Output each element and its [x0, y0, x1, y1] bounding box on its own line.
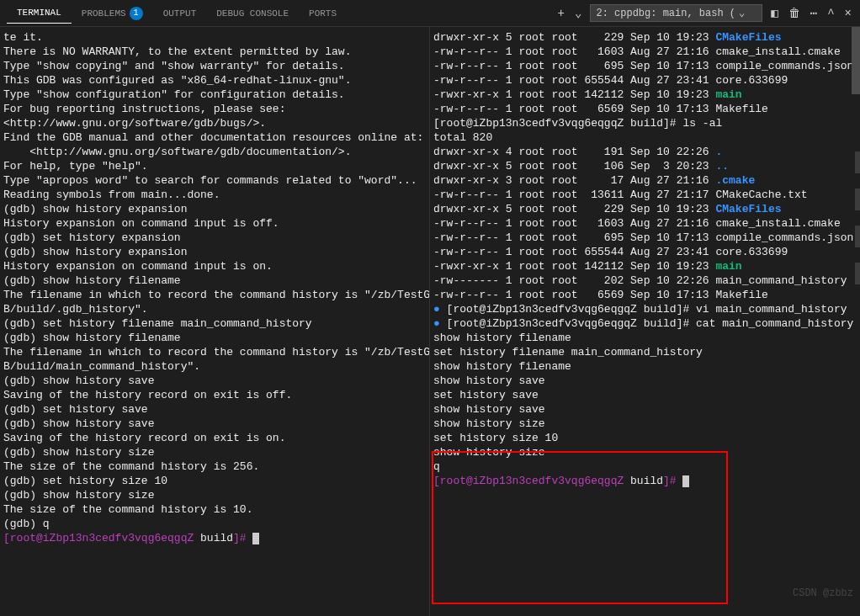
- terminal-line: (gdb) show history save: [3, 417, 426, 431]
- panel-tabbar: TERMINAL PROBLEMS 1 OUTPUT DEBUG CONSOLE…: [0, 0, 860, 27]
- right-sidebar-strip: [855, 151, 860, 284]
- terminal-line: show history save: [433, 402, 857, 417]
- terminal-line: -rw-r--r-- 1 root root 695 Sep 10 17:13 …: [433, 59, 857, 73]
- terminal-line: show history filename: [433, 331, 857, 345]
- strip-item[interactable]: [855, 263, 860, 284]
- terminal-line: drwxr-xr-x 5 root root 106 Sep 3 20:23 .…: [433, 159, 857, 173]
- tab-ports[interactable]: PORTS: [299, 3, 347, 24]
- terminal-line: drwxr-xr-x 5 root root 229 Sep 10 19:23 …: [433, 30, 857, 45]
- cursor: [682, 475, 689, 487]
- scrollbar[interactable]: [852, 27, 860, 94]
- terminal-line: (gdb) set history size 10: [3, 474, 426, 488]
- watermark: CSDN @zbbz: [793, 587, 853, 599]
- more-actions-icon[interactable]: ⋯: [809, 4, 819, 22]
- terminal-pane-right[interactable]: drwxr-xr-x 5 root root 229 Sep 10 19:23 …: [430, 27, 860, 616]
- terminal-line: q: [433, 459, 857, 474]
- terminal-line: (gdb) show history filename: [3, 331, 426, 345]
- terminal-line: History expansion on command input is on…: [3, 259, 426, 273]
- terminal-toolbar: + ⌄ 2: cppdbg: main, bash ( ⌄ ◧ 🗑 ⋯ ^ ×: [556, 4, 853, 22]
- terminal-line: show history save: [433, 374, 857, 388]
- terminal-line: ● [root@iZbp13n3cedfv3vqg6eqgqZ build]# …: [433, 316, 857, 331]
- terminal-line: (gdb) show history save: [3, 374, 426, 388]
- terminal-line: <http://www.gnu.org/software/gdb/bugs/>.: [3, 116, 426, 130]
- terminal-line: For bug reporting instructions, please s…: [3, 102, 426, 116]
- maximize-panel-icon[interactable]: ^: [825, 5, 836, 22]
- terminal-line: (gdb) show history filename: [3, 273, 426, 288]
- terminal-line: -rw-r--r-- 1 root root 695 Sep 10 17:13 …: [433, 231, 857, 245]
- terminal-session-picker[interactable]: 2: cppdbg: main, bash ( ⌄: [590, 4, 762, 22]
- tab-problems[interactable]: PROBLEMS 1: [72, 2, 153, 25]
- terminal-line: Saving of the history record on exit is …: [3, 388, 426, 402]
- terminal-line: The size of the command history is 256.: [3, 459, 426, 474]
- new-terminal-dropdown-icon[interactable]: ⌄: [573, 4, 583, 22]
- cursor: [252, 533, 259, 544]
- terminal-line: The size of the command history is 10.: [3, 502, 426, 517]
- tab-ports-label: PORTS: [309, 8, 337, 19]
- strip-item[interactable]: [855, 189, 860, 210]
- terminal-line: -rw------- 1 root root 202 Sep 10 22:26 …: [433, 273, 857, 288]
- split-terminal-icon[interactable]: ◧: [769, 4, 779, 22]
- kill-terminal-icon[interactable]: 🗑: [787, 5, 802, 22]
- terminal-line: -rw-r--r-- 1 root root 1603 Aug 27 21:16…: [433, 216, 857, 231]
- modified-indicator-icon: ●: [433, 317, 447, 330]
- strip-item[interactable]: [855, 226, 860, 247]
- shell-prompt: [root@iZbp13n3cedfv3vqg6eqgqZ build]#: [3, 531, 426, 545]
- terminal-line: total 820: [433, 130, 857, 145]
- terminal-line: -rw-r--r-- 1 root root 1603 Aug 27 21:16…: [433, 45, 857, 59]
- tab-debug-console[interactable]: DEBUG CONSOLE: [206, 3, 299, 24]
- terminal-line: Reading symbols from main...done.: [3, 188, 426, 202]
- modified-indicator-icon: ●: [433, 303, 447, 316]
- terminal-line: (gdb) show history size: [3, 488, 426, 502]
- tab-output[interactable]: OUTPUT: [153, 3, 207, 24]
- terminal-line: History expansion on command input is of…: [3, 216, 426, 231]
- terminal-line: -rw-r--r-- 1 root root 6569 Sep 10 17:13…: [433, 288, 857, 302]
- terminal-line: drwxr-xr-x 5 root root 229 Sep 10 19:23 …: [433, 202, 857, 216]
- terminal-line: drwxr-xr-x 4 root root 191 Sep 10 22:26 …: [433, 145, 857, 159]
- terminal-line: set history size 10: [433, 431, 857, 445]
- tab-terminal-label: TERMINAL: [17, 8, 61, 18]
- terminal-line: <http://www.gnu.org/software/gdb/documen…: [3, 145, 426, 159]
- terminal-line: -rw-r--r-- 1 root root 13611 Aug 27 21:1…: [433, 188, 857, 202]
- terminal-line: (gdb) q: [3, 517, 426, 531]
- shell-prompt: [root@iZbp13n3cedfv3vqg6eqgqZ build]#: [433, 474, 857, 488]
- terminal-line: -rw-r--r-- 1 root root 6569 Sep 10 17:13…: [433, 102, 857, 116]
- tab-output-label: OUTPUT: [163, 8, 197, 19]
- terminal-line: show history filename: [433, 359, 857, 374]
- terminal-line: -rw-r--r-- 1 root root 655544 Aug 27 23:…: [433, 73, 857, 88]
- tab-problems-label: PROBLEMS: [82, 8, 126, 19]
- terminal-line: show history size: [433, 417, 857, 431]
- terminal-pane-left[interactable]: te it.There is NO WARRANTY, to the exten…: [0, 27, 430, 616]
- terminal-line: B/build/main_command_history".: [3, 359, 426, 374]
- tab-debug-label: DEBUG CONSOLE: [216, 8, 289, 19]
- terminal-line: (gdb) show history expansion: [3, 202, 426, 216]
- terminal-line: Type "apropos word" to search for comman…: [3, 173, 426, 188]
- terminal-line: Type "show copying" and "show warranty" …: [3, 59, 426, 73]
- terminal-line: -rwxr-xr-x 1 root root 142112 Sep 10 19:…: [433, 88, 857, 102]
- terminal-line: For help, type "help".: [3, 159, 426, 173]
- terminal-line: (gdb) show history size: [3, 445, 426, 459]
- new-terminal-icon[interactable]: +: [556, 5, 566, 22]
- terminal-line: -rwxr-xr-x 1 root root 142112 Sep 10 19:…: [433, 259, 857, 273]
- terminal-line: -rw-r--r-- 1 root root 655544 Aug 27 23:…: [433, 245, 857, 259]
- terminal-line: Saving of the history record on exit is …: [3, 431, 426, 445]
- terminal-split-container: te it.There is NO WARRANTY, to the exten…: [0, 27, 860, 616]
- terminal-line: Type "show configuration" for configurat…: [3, 88, 426, 102]
- terminal-line: drwxr-xr-x 3 root root 17 Aug 27 21:16 .…: [433, 173, 857, 188]
- terminal-line: This GDB was configured as "x86_64-redha…: [3, 73, 426, 88]
- terminal-line: set history filename main_command_histor…: [433, 345, 857, 359]
- problems-badge: 1: [130, 7, 143, 20]
- terminal-line: set history save: [433, 388, 857, 402]
- tab-terminal[interactable]: TERMINAL: [7, 3, 72, 24]
- session-label: 2: cppdbg: main, bash (: [596, 8, 735, 19]
- terminal-line: B/build/.gdb_history".: [3, 302, 426, 316]
- terminal-line: ● [root@iZbp13n3cedfv3vqg6eqgqZ build]# …: [433, 302, 857, 316]
- chevron-down-icon: ⌄: [739, 7, 745, 19]
- terminal-line: te it.: [3, 30, 426, 45]
- close-panel-icon[interactable]: ×: [843, 5, 853, 22]
- terminal-line: show history size: [433, 445, 857, 459]
- terminal-line: The filename in which to record the comm…: [3, 345, 426, 359]
- terminal-line: (gdb) set history filename main_command_…: [3, 316, 426, 331]
- terminal-line: (gdb) show history expansion: [3, 245, 426, 259]
- strip-item[interactable]: [855, 151, 860, 173]
- terminal-line: [root@iZbp13n3cedfv3vqg6eqgqZ build]# ls…: [433, 116, 857, 130]
